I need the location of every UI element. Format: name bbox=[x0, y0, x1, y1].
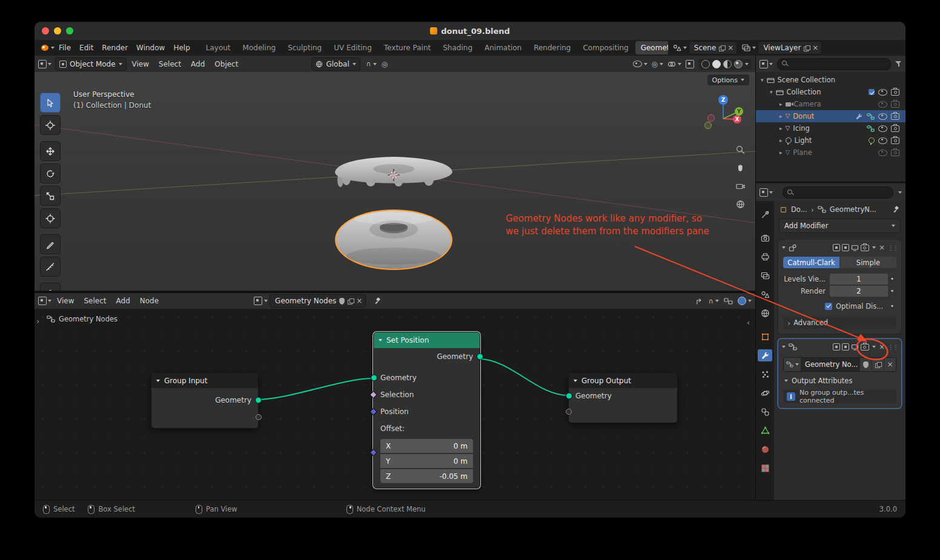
levels-viewport-field[interactable]: 1 bbox=[830, 274, 888, 285]
tab-modeling[interactable]: Modeling bbox=[237, 41, 282, 54]
eye-icon[interactable] bbox=[878, 150, 887, 156]
tab-compositing[interactable]: Compositing bbox=[577, 41, 634, 54]
xray-toggle-icon[interactable] bbox=[686, 60, 694, 68]
cage-toggle-icon[interactable] bbox=[842, 244, 849, 251]
simple-button[interactable]: Simple bbox=[840, 257, 896, 268]
node-menu-select[interactable]: Select bbox=[79, 295, 110, 307]
collection-checkbox[interactable] bbox=[869, 89, 875, 95]
viewport-menu-object[interactable]: Object bbox=[210, 58, 242, 70]
disclosure-right-icon[interactable] bbox=[779, 102, 783, 107]
eye-icon[interactable] bbox=[878, 137, 887, 144]
visibility-dropdown[interactable] bbox=[633, 61, 647, 67]
viewlayer-browse-chevron-icon[interactable] bbox=[752, 47, 756, 49]
menu-file[interactable]: File bbox=[55, 42, 75, 54]
animate-dot-icon[interactable] bbox=[888, 275, 896, 283]
tool-select-box[interactable] bbox=[40, 93, 61, 113]
properties-type-chevron-icon[interactable] bbox=[769, 191, 773, 194]
outliner-row-icing[interactable]: Icing bbox=[756, 122, 905, 134]
node-tree-chevron-icon[interactable] bbox=[264, 300, 268, 302]
zoom-icon[interactable] bbox=[735, 145, 746, 155]
properties-options-chevron-icon[interactable] bbox=[898, 191, 902, 194]
node-overlay-icon[interactable] bbox=[724, 297, 733, 305]
tool-measure[interactable] bbox=[40, 257, 61, 277]
render-toggle-icon[interactable] bbox=[861, 344, 869, 351]
options-button[interactable]: Options bbox=[707, 74, 749, 85]
tab-texture-paint[interactable]: Texture Paint bbox=[379, 41, 436, 54]
shading-solid-icon[interactable] bbox=[712, 60, 721, 68]
offset-z-field[interactable]: Z -0.05 m bbox=[380, 469, 473, 483]
tab-animation[interactable]: Animation bbox=[479, 41, 527, 54]
menu-window[interactable]: Window bbox=[132, 42, 169, 54]
blender-logo-icon[interactable] bbox=[39, 44, 50, 52]
scene-name-field[interactable]: Scene bbox=[689, 41, 738, 54]
tool-scale[interactable] bbox=[40, 186, 61, 206]
cage-toggle-icon[interactable] bbox=[842, 343, 849, 351]
group-input-collapse-icon[interactable] bbox=[156, 380, 160, 382]
set-position-collapse-icon[interactable] bbox=[379, 339, 382, 341]
node-tree-name-field[interactable]: Geometry Nodes bbox=[270, 294, 366, 308]
viewlayer-name-field[interactable]: ViewLayer bbox=[758, 41, 822, 54]
tab-scene[interactable] bbox=[758, 288, 772, 300]
editor-type-properties-icon[interactable] bbox=[760, 188, 768, 197]
animate-dot-icon[interactable] bbox=[888, 302, 896, 310]
node-group-unlink-button[interactable] bbox=[884, 358, 896, 371]
outliner-row-scene-collection[interactable]: Scene Collection bbox=[756, 74, 905, 86]
outliner-row-collection[interactable]: Collection bbox=[756, 86, 905, 98]
camera-view-icon[interactable] bbox=[735, 181, 746, 191]
node-group-name[interactable]: Geometry No... bbox=[801, 358, 859, 371]
outliner-search-input[interactable] bbox=[777, 58, 891, 70]
menu-help[interactable]: Help bbox=[169, 42, 194, 54]
tab-particles[interactable] bbox=[758, 368, 772, 380]
tab-object[interactable] bbox=[758, 331, 772, 343]
overlays-dropdown[interactable] bbox=[667, 61, 681, 68]
geonodes-header[interactable] bbox=[778, 339, 901, 355]
properties-search-input[interactable] bbox=[783, 186, 893, 199]
catmull-clark-button[interactable]: Catmull-Clark bbox=[783, 257, 839, 268]
pin-icon[interactable] bbox=[374, 297, 382, 305]
tool-rotate[interactable] bbox=[40, 163, 61, 183]
fake-user-shield-icon[interactable] bbox=[339, 298, 345, 305]
camera-render-icon[interactable] bbox=[891, 150, 899, 156]
scene-icon[interactable] bbox=[673, 44, 681, 51]
eye-icon[interactable] bbox=[878, 125, 887, 132]
geonodes-delete-icon[interactable] bbox=[879, 343, 885, 351]
offset-x-field[interactable]: X 0 m bbox=[380, 439, 473, 453]
gizmos-dropdown[interactable] bbox=[652, 60, 663, 68]
disclosure-down-icon[interactable] bbox=[761, 77, 764, 83]
geonodes-expand-icon[interactable] bbox=[782, 346, 786, 348]
tab-uv-editing[interactable]: UV Editing bbox=[328, 41, 377, 54]
shading-rendered-icon[interactable] bbox=[734, 60, 743, 68]
tab-rendering[interactable]: Rendering bbox=[528, 41, 576, 54]
outliner-row-plane[interactable]: Plane bbox=[756, 147, 905, 159]
edit-mode-toggle-icon[interactable] bbox=[833, 244, 840, 251]
editor-type-3dview-icon[interactable] bbox=[38, 60, 47, 68]
tool-move[interactable] bbox=[40, 141, 61, 161]
viewlayer-icon[interactable] bbox=[742, 44, 750, 51]
output-attributes-subpanel[interactable]: Output Attributes bbox=[784, 375, 895, 386]
group-output-virtual-socket[interactable] bbox=[566, 409, 572, 415]
group-output-collapse-icon[interactable] bbox=[574, 380, 577, 382]
donut-mesh[interactable] bbox=[336, 210, 452, 269]
navigation-gizmo[interactable]: Z X Y bbox=[699, 94, 747, 143]
tab-modifiers[interactable] bbox=[758, 349, 772, 361]
eye-icon[interactable] bbox=[878, 101, 887, 108]
new-node-tree-icon[interactable] bbox=[348, 298, 353, 304]
node-menu-view[interactable]: View bbox=[53, 295, 78, 307]
unlink-node-tree-icon[interactable] bbox=[356, 297, 362, 305]
gizmo-x-neg[interactable] bbox=[708, 115, 715, 122]
editor-type-nodes-icon[interactable] bbox=[38, 297, 47, 305]
eye-icon[interactable] bbox=[878, 89, 887, 96]
proportional-edit-icon[interactable] bbox=[382, 60, 388, 68]
tool-annotate[interactable] bbox=[40, 234, 61, 254]
tab-constraints[interactable] bbox=[758, 406, 772, 418]
subsurf-expand-icon[interactable] bbox=[782, 246, 786, 249]
node-group-output[interactable]: Group Output Geometry bbox=[568, 372, 678, 423]
menu-render[interactable]: Render bbox=[98, 42, 132, 54]
tab-tool[interactable] bbox=[758, 208, 772, 220]
tab-shading[interactable]: Shading bbox=[437, 41, 478, 54]
set-position-geometry-out-socket[interactable] bbox=[477, 354, 483, 360]
unlink-scene-icon[interactable] bbox=[727, 44, 733, 51]
camera-render-icon[interactable] bbox=[891, 101, 899, 108]
node-menu-node[interactable]: Node bbox=[136, 295, 163, 307]
snap-controls[interactable] bbox=[366, 60, 377, 68]
